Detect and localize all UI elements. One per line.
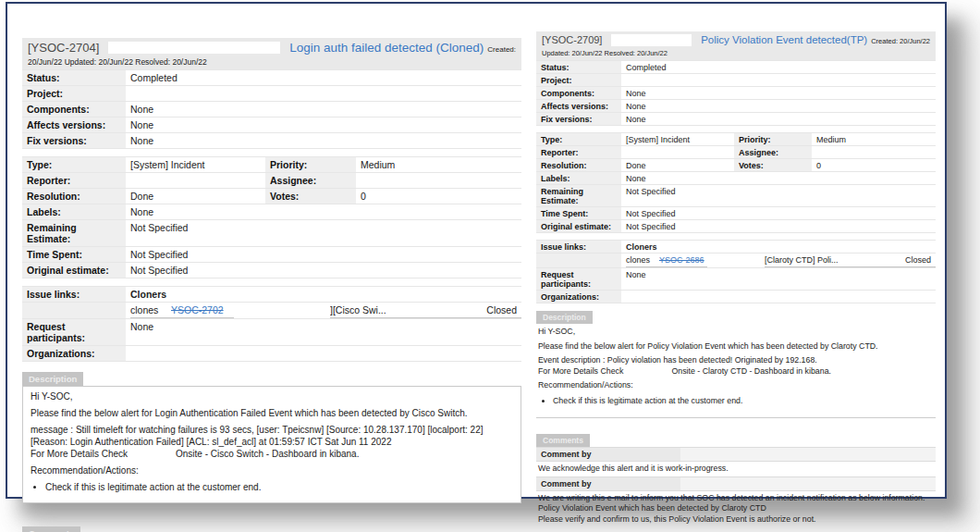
field-value	[621, 291, 936, 303]
field-row: Components: None	[22, 102, 521, 118]
linked-issue-summary: [Claroty CTD] Poli...	[765, 254, 891, 267]
field-value: Medium	[356, 157, 521, 172]
field-value: Not Specified	[621, 207, 936, 219]
field-value	[126, 86, 521, 101]
issue-links-section: Issue links: Cloners clones YSOC-2702 ][…	[22, 286, 521, 362]
ticket-header: [YSOC-2709] Policy Violation Event detec…	[536, 31, 936, 60]
field-value: None	[621, 87, 936, 99]
field-row: Time Spent: Not Specified	[536, 207, 936, 220]
field-row: Labels: None	[22, 204, 521, 220]
field-value: Not Specified	[126, 220, 521, 246]
created-label: Created:	[487, 45, 516, 54]
description-paragraph: Please find the below alert for Login Au…	[31, 407, 513, 419]
fields-section-1: Status: Completed Project: Components: N…	[536, 60, 936, 126]
field-label: Priority:	[734, 133, 812, 145]
field-row: Reporter: Assignee:	[536, 146, 936, 159]
field-value	[356, 173, 521, 188]
ticket-panel-right: [YSOC-2709] Policy Violation Event detec…	[536, 31, 936, 526]
field-row: Time Spent: Not Specified	[22, 247, 521, 263]
created-label: Created: 20/Jun/22	[871, 37, 930, 45]
comments-tab: Comments	[536, 434, 590, 447]
redaction-box	[611, 34, 692, 46]
field-row: Affects versions: None	[22, 118, 521, 133]
field-row: Remaining Estimate: Not Specified	[22, 220, 521, 247]
redaction-box	[128, 450, 176, 457]
description-paragraph: message : Still timeleft for watching fa…	[31, 424, 513, 448]
ticket-header: [YSOC-2704] Login auth failed detected (…	[22, 38, 521, 69]
issue-link-row: clones YSOC-2702 ][Cisco Swi... Closed	[22, 303, 521, 319]
field-row: Fix versions: None	[536, 113, 936, 126]
field-label: Fix versions:	[536, 113, 621, 125]
field-label: Issue links:	[536, 241, 621, 253]
dates-line: 20/Jun/22 Updated: 20/Jun/22 Resolved: 2…	[28, 57, 516, 67]
field-value: None	[126, 102, 521, 117]
field-row: Original estimate: Not Specified	[536, 220, 936, 233]
field-value: [System] Incident	[621, 133, 734, 145]
more-details-label: For More Details Check	[538, 366, 623, 376]
description-body: Hi Y-SOC, Please find the below alert fo…	[22, 386, 521, 503]
field-row: Type: [System] Incident Priority: Medium	[22, 157, 521, 173]
field-label: Affects versions:	[536, 100, 621, 112]
field-label: Project:	[536, 74, 621, 86]
description-greeting: Hi Y-SOC,	[31, 390, 513, 402]
issue-links-section: Issue links: Cloners clones YSOC-2686 [C…	[536, 240, 936, 303]
field-label: Issue links:	[22, 287, 126, 302]
issue-links-header-row: Issue links: Cloners	[536, 241, 936, 254]
field-label: Resolution:	[536, 159, 621, 171]
comment-by-label: Comment by	[536, 448, 680, 461]
field-label: Priority:	[265, 157, 356, 172]
field-value: None	[621, 113, 936, 125]
link-relation: clones	[130, 304, 171, 315]
field-value	[126, 346, 521, 361]
field-label: Assignee:	[734, 146, 812, 158]
more-details-value: Onsite - Cisco Switch - Dashboard in kib…	[176, 449, 359, 459]
description-paragraph: For More Details CheckOnsite - Claroty C…	[538, 366, 934, 377]
field-value: None	[621, 268, 936, 290]
linked-issue-link[interactable]: YSOC-2686	[659, 255, 704, 265]
spacer	[707, 254, 765, 267]
issue-title-link[interactable]: Login auth failed detected (Cloned)	[289, 41, 484, 55]
field-label: Original estimate:	[22, 263, 126, 278]
field-value	[126, 173, 265, 188]
comments-section: Comments Comment by We acknowledge this …	[536, 427, 936, 526]
more-details-value: Onsite - Claroty CTD - Dashboard in kiba…	[671, 366, 831, 376]
fields-section-1: Status: Completed Project: Components: N…	[22, 69, 521, 149]
field-row: Project:	[536, 74, 936, 87]
linked-issue-link[interactable]: YSOC-2702	[171, 304, 224, 315]
link-group-name: Cloners	[126, 287, 521, 302]
field-label: Votes:	[265, 189, 356, 204]
field-row: Status: Completed	[22, 70, 521, 86]
field-label: Labels:	[22, 204, 126, 219]
issue-links-header-row: Issue links: Cloners	[22, 287, 521, 303]
field-row: Request participants: None	[536, 268, 936, 291]
field-label-spacer	[22, 303, 126, 318]
field-row: Original estimate: Not Specified	[22, 263, 521, 278]
field-row: Remaining Estimate: Not Specified	[536, 185, 936, 207]
field-value: Medium	[812, 133, 936, 145]
redaction-box	[108, 42, 280, 54]
field-value: Not Specified	[621, 220, 936, 232]
field-label: Original estimate:	[536, 220, 621, 232]
comment-text: We acknowledge this alert and it is work…	[536, 462, 936, 476]
field-label: Labels:	[536, 172, 621, 184]
more-details-label: For More Details Check	[31, 449, 128, 459]
fields-section-2: Type: [System] Incident Priority: Medium…	[22, 156, 521, 278]
field-label: Request participants:	[22, 319, 126, 345]
field-label: Fix versions:	[22, 133, 126, 148]
field-value: Not Specified	[126, 263, 521, 278]
recommendation-label: Recommendation/Actions:	[538, 380, 934, 391]
description-body: Hi Y-SOC, Please find the below alert fo…	[536, 324, 936, 418]
field-value: None	[126, 133, 521, 148]
recommendation-bullet: Check if this is legitimate action at th…	[45, 481, 513, 493]
link-group-name: Cloners	[621, 241, 936, 253]
field-label: Organizations:	[22, 346, 126, 361]
field-label: Components:	[22, 102, 126, 117]
comments-section: Comments Comment by	[22, 516, 521, 532]
comment-text-line: Please verify and confirm to us, this Po…	[538, 514, 934, 526]
field-value	[812, 146, 936, 158]
issue-title-link[interactable]: Policy Violation Event detected(TP)	[701, 34, 867, 45]
comments-tab: Comments	[22, 526, 80, 532]
field-value: Completed	[621, 61, 936, 73]
linked-issue-status: Closed	[466, 303, 521, 318]
comment-text: We are writing this e-mail to inform you…	[536, 491, 936, 527]
